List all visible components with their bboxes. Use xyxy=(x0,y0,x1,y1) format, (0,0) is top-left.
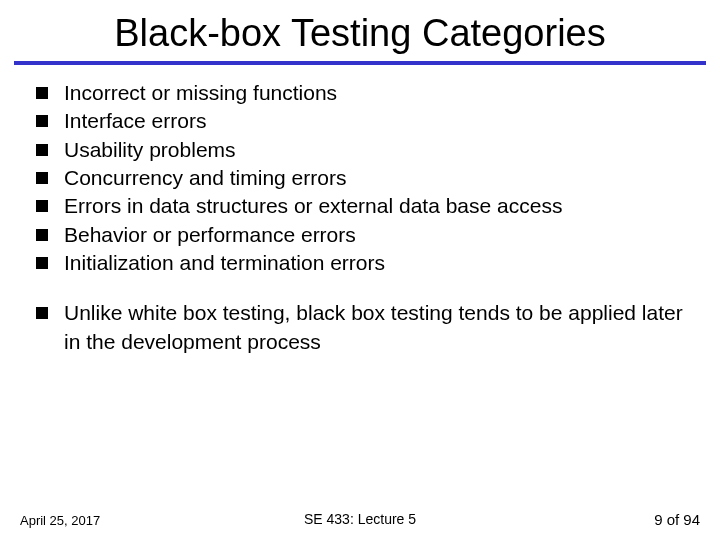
footer-course: SE 433: Lecture 5 xyxy=(304,511,416,527)
bullet-text: Initialization and termination errors xyxy=(64,249,684,277)
list-item: Concurrency and timing errors xyxy=(36,164,684,192)
content-area: Incorrect or missing functions Interface… xyxy=(0,79,720,356)
bullet-text: Usability problems xyxy=(64,136,684,164)
list-item: Errors in data structures or external da… xyxy=(36,192,684,220)
square-bullet-icon xyxy=(36,87,48,99)
slide: Black-box Testing Categories Incorrect o… xyxy=(0,0,720,540)
bullet-text: Concurrency and timing errors xyxy=(64,164,684,192)
bullet-text: Errors in data structures or external da… xyxy=(64,192,684,220)
list-item: Incorrect or missing functions xyxy=(36,79,684,107)
footer-date: April 25, 2017 xyxy=(20,513,100,528)
list-item: Interface errors xyxy=(36,107,684,135)
bullet-list-1: Incorrect or missing functions Interface… xyxy=(36,79,684,277)
square-bullet-icon xyxy=(36,115,48,127)
bullet-text: Unlike white box testing, black box test… xyxy=(64,299,684,356)
square-bullet-icon xyxy=(36,172,48,184)
list-item: Unlike white box testing, black box test… xyxy=(36,299,684,356)
list-item: Behavior or performance errors xyxy=(36,221,684,249)
square-bullet-icon xyxy=(36,257,48,269)
footer-page-number: 9 of 94 xyxy=(654,511,700,528)
footer: April 25, 2017 SE 433: Lecture 5 9 of 94 xyxy=(0,511,720,528)
square-bullet-icon xyxy=(36,200,48,212)
horizontal-rule xyxy=(14,61,706,65)
bullet-list-2: Unlike white box testing, black box test… xyxy=(36,299,684,356)
list-item: Initialization and termination errors xyxy=(36,249,684,277)
page-title: Black-box Testing Categories xyxy=(0,0,720,61)
square-bullet-icon xyxy=(36,229,48,241)
bullet-text: Behavior or performance errors xyxy=(64,221,684,249)
square-bullet-icon xyxy=(36,144,48,156)
bullet-text: Interface errors xyxy=(64,107,684,135)
list-item: Usability problems xyxy=(36,136,684,164)
bullet-text: Incorrect or missing functions xyxy=(64,79,684,107)
square-bullet-icon xyxy=(36,307,48,319)
